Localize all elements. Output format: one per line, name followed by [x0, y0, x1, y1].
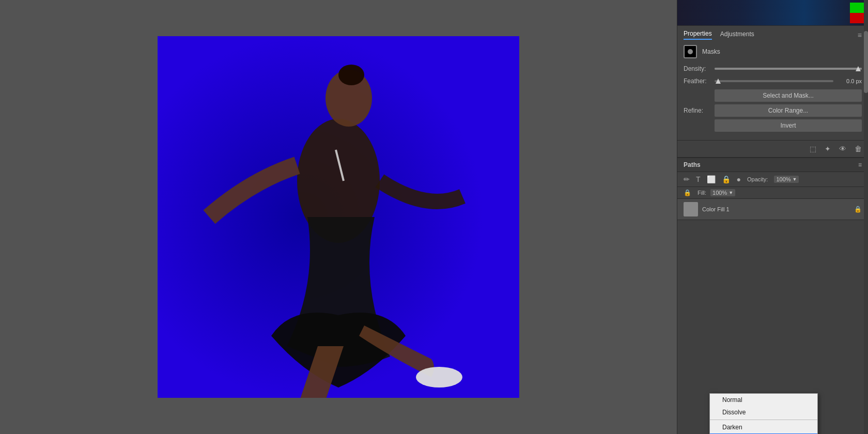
paths-header: Paths ≡ — [677, 158, 868, 172]
refine-row: Refine: Select and Mask... Color Range..… — [684, 89, 862, 132]
svg-point-4 — [338, 65, 364, 85]
panel-menu-icon[interactable]: ≡ — [858, 31, 862, 39]
canvas-image — [158, 36, 519, 398]
svg-point-5 — [416, 367, 462, 388]
feather-value: 0.0 px — [833, 78, 862, 84]
paths-title: Paths — [684, 161, 701, 168]
blend-item-dissolve[interactable]: Dissolve — [710, 406, 817, 419]
feather-slider[interactable] — [715, 80, 833, 82]
invert-button[interactable]: Invert — [715, 119, 862, 132]
feather-row: Feather: 0.0 px — [684, 77, 862, 85]
visibility-icon[interactable]: 👁 — [839, 145, 846, 153]
layer-lock[interactable]: 🔒 — [854, 206, 862, 213]
transform-icon[interactable]: ⬜ — [707, 175, 716, 183]
feather-label: Feather: — [684, 78, 715, 85]
fill-label: Fill: — [698, 190, 706, 196]
swatch-red — [850, 13, 865, 23]
circle-icon[interactable]: ● — [737, 175, 741, 183]
refine-label: Refine: — [684, 107, 715, 114]
layer-item[interactable]: Color Fill 1 🔒 — [677, 199, 868, 220]
chain-icon: 🔒 — [684, 189, 691, 196]
density-label: Density: — [684, 65, 715, 72]
fill-value[interactable]: 100% ▼ — [710, 189, 735, 196]
opacity-value[interactable]: 100% ▼ — [774, 176, 799, 183]
dotted-square-icon[interactable]: ⬚ — [810, 145, 816, 153]
icons-row: ⬚ ✦ 👁 🗑 — [677, 141, 868, 158]
layer-name: Color Fill 1 — [702, 206, 850, 212]
density-slider-container[interactable] — [715, 65, 862, 73]
blend-item-darken[interactable]: Darken — [710, 421, 817, 433]
masks-label: Masks — [702, 48, 720, 55]
refine-buttons: Select and Mask... Color Range... Invert — [715, 89, 862, 132]
swatch-green — [850, 3, 865, 13]
masks-row: Masks — [684, 45, 862, 58]
fill-row: 🔒 Fill: 100% ▼ — [677, 187, 868, 199]
layer-toolbar: ✏ T ⬜ 🔒 ● Opacity: 100% ▼ — [677, 172, 868, 187]
tab-adjustments[interactable]: Adjustments — [720, 30, 754, 39]
feather-slider-container[interactable] — [715, 77, 833, 85]
density-fill — [715, 68, 862, 70]
select-and-mask-button[interactable]: Select and Mask... — [715, 89, 862, 102]
blend-item-normal[interactable]: Normal — [710, 394, 817, 406]
scrollbar-thumb[interactable] — [864, 31, 868, 93]
properties-section: Properties Adjustments ≡ Masks Density: … — [677, 26, 868, 141]
density-row: Density: — [684, 65, 862, 73]
layer-thumbnail — [684, 202, 698, 216]
tab-properties[interactable]: Properties — [684, 30, 712, 40]
brush-icon[interactable]: ✏ — [684, 175, 690, 183]
delete-icon[interactable]: 🗑 — [855, 145, 862, 153]
sparkle-icon[interactable]: ✦ — [825, 145, 831, 153]
gradient-bar — [677, 0, 868, 26]
text-icon[interactable]: T — [696, 175, 701, 183]
right-panel: Properties Adjustments ≡ Masks Density: … — [677, 0, 868, 434]
density-slider[interactable] — [715, 68, 862, 70]
mask-icon — [684, 45, 697, 58]
blend-separator — [710, 420, 817, 420]
scrollbar-track[interactable] — [864, 0, 868, 434]
color-range-button[interactable]: Color Range... — [715, 104, 862, 117]
paths-menu-icon[interactable]: ≡ — [858, 161, 862, 168]
feather-thumb[interactable] — [716, 79, 721, 84]
canvas-area — [0, 0, 677, 434]
opacity-chevron[interactable]: ▼ — [793, 177, 797, 182]
blend-mode-dropdown: NormalDissolveDarkenMultiplyColor BurnLi… — [709, 393, 818, 434]
paths-panel: Paths ≡ ✏ T ⬜ 🔒 ● Opacity: 100% ▼ 🔒 Fill… — [677, 158, 868, 434]
color-swatch — [850, 3, 865, 23]
canvas-photo — [158, 36, 519, 398]
fill-chevron[interactable]: ▼ — [729, 190, 733, 195]
lock-icon[interactable]: 🔒 — [722, 175, 731, 183]
panel-tabs: Properties Adjustments ≡ — [684, 30, 862, 40]
opacity-label: Opacity: — [747, 176, 768, 182]
